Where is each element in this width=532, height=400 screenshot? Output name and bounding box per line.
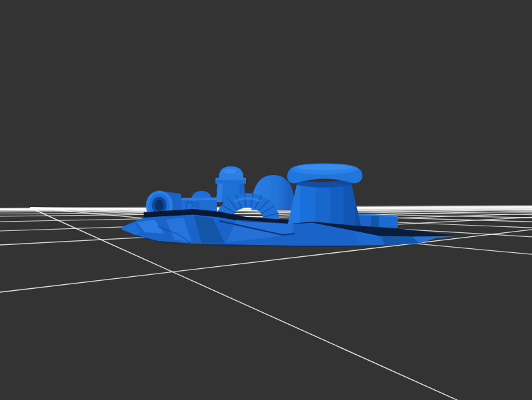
model-viewport[interactable] <box>0 0 532 400</box>
model-viewport-canvas[interactable] <box>0 0 532 400</box>
